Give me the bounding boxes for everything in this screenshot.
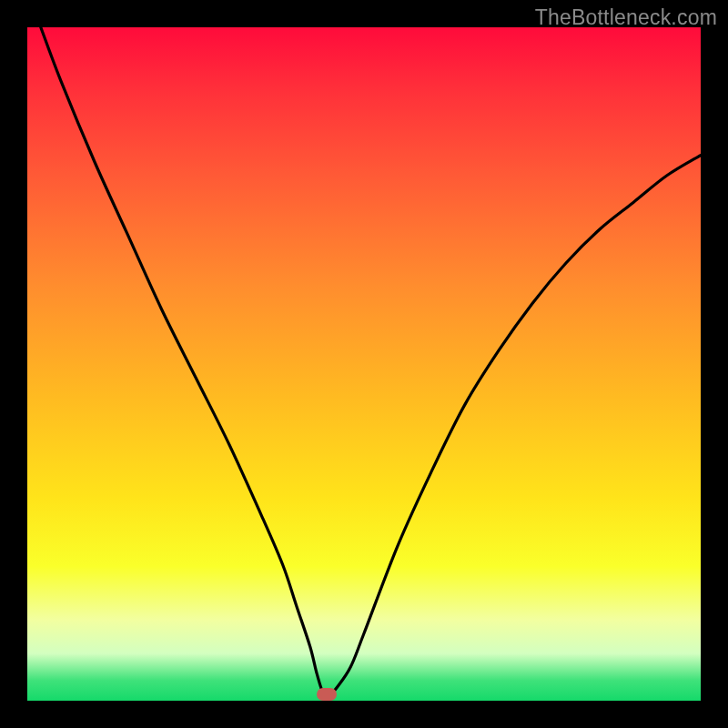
bottleneck-curve [27, 27, 701, 701]
chart-frame: TheBottleneck.com [0, 0, 728, 728]
plot-area [27, 27, 701, 701]
optimum-marker [317, 688, 337, 701]
watermark-text: TheBottleneck.com [535, 5, 717, 30]
